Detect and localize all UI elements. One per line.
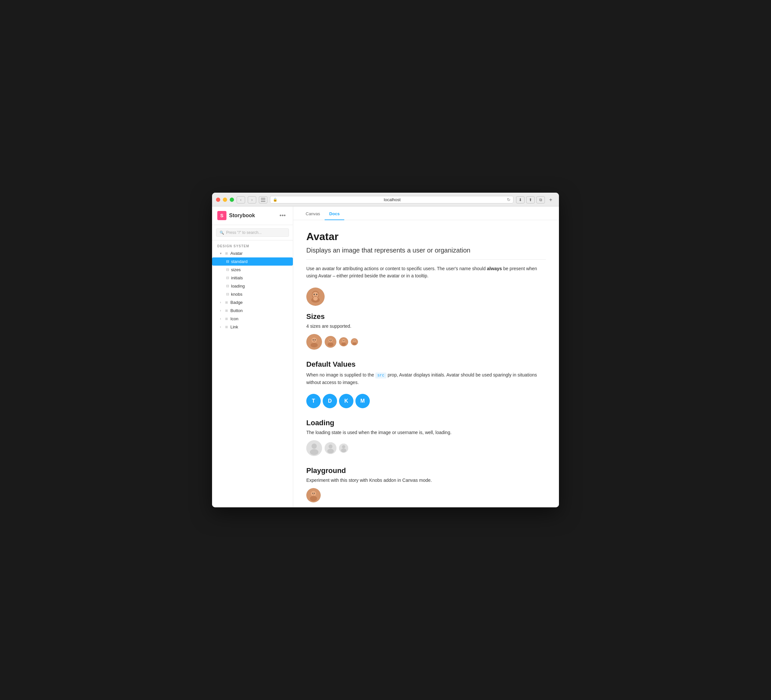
download-btn[interactable]: ⬇	[516, 196, 525, 203]
browser-actions: ⬇ ⬆ ⧉ +	[516, 196, 555, 203]
story-icon-standard: ⊟	[225, 259, 230, 264]
avatar-standard	[306, 287, 325, 306]
playground-section-title: Playground	[306, 466, 546, 475]
svg-point-41	[312, 493, 313, 494]
svg-point-13	[315, 339, 316, 341]
docs-section-playground: Playground Experiment with this story wi…	[306, 466, 546, 502]
default-values-desc: When no image is supplied to the src pro…	[306, 371, 546, 386]
svg-point-7	[316, 294, 317, 295]
sidebar-item-icon[interactable]: › ⊞ Icon	[212, 315, 293, 323]
group-icon-link: ⊞	[225, 325, 228, 329]
intro-text: Use an avatar for attributing actions or…	[306, 266, 487, 271]
traffic-close-btn[interactable]	[216, 198, 220, 202]
svg-rect-1	[261, 200, 265, 200]
tab-docs[interactable]: Docs	[325, 208, 344, 220]
badge-label: Badge	[230, 300, 289, 305]
svg-point-27	[354, 341, 354, 341]
add-tab-btn[interactable]: +	[547, 196, 555, 203]
svg-point-21	[342, 339, 345, 343]
loading-label: loading	[231, 284, 289, 289]
tabs-bar: Canvas Docs	[293, 206, 559, 220]
search-container: 🔍	[216, 228, 289, 237]
group-icon-icon: ⊞	[225, 317, 228, 320]
svg-point-16	[329, 339, 332, 343]
svg-point-38	[341, 448, 346, 452]
lock-icon: 🔒	[273, 198, 278, 202]
docs-section-loading: Loading The loading state is used when t…	[306, 419, 546, 456]
svg-point-12	[313, 339, 314, 341]
svg-point-18	[331, 339, 332, 341]
sidebar-item-link[interactable]: › ⊞ Link	[212, 323, 293, 331]
url-text: localhost	[278, 197, 507, 202]
docs-subtitle: Displays an image that represents a user…	[306, 247, 546, 260]
sidebar-item-sizes[interactable]: ⊟ sizes	[212, 266, 293, 274]
traffic-min-btn[interactable]	[223, 198, 227, 202]
sidebar-item-knobs[interactable]: ⊟ knobs	[212, 290, 293, 298]
sidebar-toggle-btn[interactable]	[259, 196, 267, 203]
app-layout: S Storybook ••• 🔍 DESIGN SYSTEM ▾ ⊞	[212, 206, 559, 507]
docs-intro: Use an avatar for attributing actions or…	[306, 265, 546, 280]
sidebar-menu-btn[interactable]: •••	[278, 212, 288, 220]
expand-icon-icon: ›	[220, 317, 224, 320]
avatar-initial-M: M	[355, 394, 370, 408]
default-values-section-title: Default Values	[306, 360, 546, 369]
tab-canvas[interactable]: Canvas	[301, 208, 325, 220]
sidebar-item-avatar[interactable]: ▾ ⊞ Avatar	[212, 249, 293, 257]
avatar-size-xs	[351, 338, 358, 346]
sidebar-item-initials[interactable]: ⊟ initials	[212, 274, 293, 282]
docs-content: Avatar Displays an image that represents…	[293, 220, 559, 507]
sidebar-section-label: DESIGN SYSTEM	[212, 240, 293, 249]
forward-btn[interactable]: ›	[248, 196, 256, 203]
group-icon-badge: ⊞	[225, 300, 228, 304]
sidebar: S Storybook ••• 🔍 DESIGN SYSTEM ▾ ⊞	[212, 206, 293, 507]
browser-nav: ‹ › 🔒 localhost ↻ ⬇ ⬆ ⧉ +	[216, 196, 555, 203]
browser-window: ‹ › 🔒 localhost ↻ ⬇ ⬆ ⧉ +	[212, 193, 559, 507]
avatar-display-standard	[306, 287, 546, 306]
svg-point-42	[314, 493, 314, 494]
avatar-loading-md	[325, 442, 337, 454]
avatar-display-sizes	[306, 334, 546, 350]
storybook-logo: S Storybook	[217, 211, 255, 220]
icon-label: Icon	[230, 316, 289, 321]
expand-icon-badge: ›	[220, 300, 224, 304]
new-tab-btn[interactable]: ⧉	[536, 196, 545, 203]
search-input[interactable]	[226, 230, 285, 235]
sizes-label: sizes	[231, 267, 289, 272]
svg-point-34	[329, 445, 332, 448]
intro-bold: always	[487, 266, 502, 271]
share-btn[interactable]: ⬆	[526, 196, 535, 203]
sidebar-item-button[interactable]: › ⊞ Button	[212, 307, 293, 315]
avatar-initial-D: D	[323, 394, 337, 408]
sidebar-header: S Storybook •••	[212, 206, 293, 225]
knobs-label: knobs	[231, 292, 289, 297]
search-icon: 🔍	[220, 231, 224, 235]
initials-label: initials	[231, 275, 289, 280]
content-area: Canvas Docs Avatar Displays an image tha…	[293, 206, 559, 507]
avatar-size-lg	[306, 334, 322, 350]
sizes-section-title: Sizes	[306, 312, 546, 321]
sidebar-item-standard[interactable]: ⊟ standard	[212, 257, 293, 266]
svg-point-19	[328, 343, 333, 346]
link-label: Link	[230, 325, 289, 330]
story-icon-loading: ⊟	[225, 284, 230, 288]
sidebar-item-badge[interactable]: › ⊞ Badge	[212, 298, 293, 307]
svg-point-26	[353, 339, 356, 342]
expand-icon-link: ›	[220, 325, 224, 329]
avatar-initial-K: K	[339, 394, 353, 408]
sidebar-item-loading[interactable]: ⊟ loading	[212, 282, 293, 290]
docs-section-default-values: Default Values When no image is supplied…	[306, 360, 546, 409]
svg-point-40	[311, 491, 316, 496]
svg-point-35	[327, 449, 334, 453]
address-bar: 🔒 localhost ↻	[270, 196, 514, 203]
story-icon-knobs: ⊟	[225, 292, 230, 296]
svg-point-11	[312, 338, 317, 343]
refresh-icon[interactable]: ↻	[507, 197, 511, 202]
story-icon-initials: ⊟	[225, 276, 230, 280]
traffic-max-btn[interactable]	[230, 198, 234, 202]
initials-row: T D K M	[306, 394, 546, 408]
back-btn[interactable]: ‹	[237, 196, 245, 203]
src-code: src	[375, 373, 387, 378]
docs-title: Avatar	[306, 231, 546, 243]
svg-point-37	[342, 445, 345, 448]
svg-point-43	[310, 496, 317, 501]
